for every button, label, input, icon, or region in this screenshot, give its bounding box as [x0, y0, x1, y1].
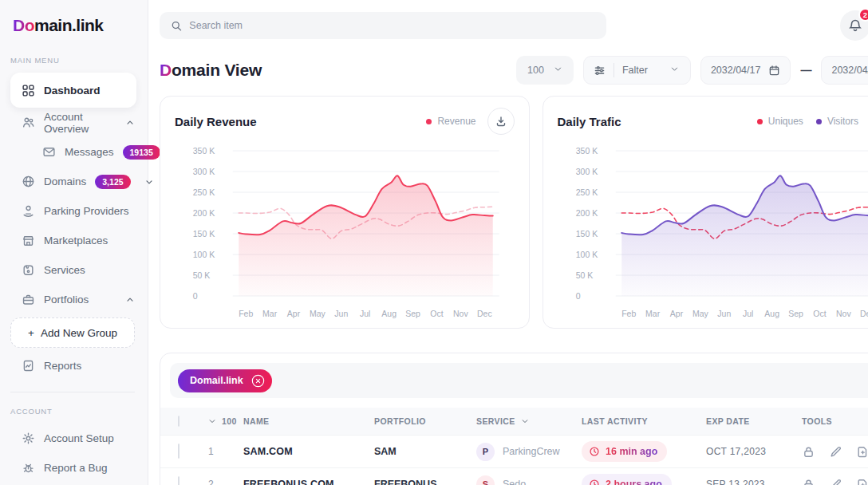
sidebar-item-label: Account Setup — [44, 432, 114, 444]
page-size-value: 100 — [527, 65, 544, 76]
sidebar-item-portfolios[interactable]: Portfolios — [0, 285, 148, 314]
svg-text:Apr: Apr — [669, 309, 683, 318]
svg-text:Dec: Dec — [477, 309, 492, 318]
gear-icon — [22, 432, 35, 445]
filter-dropdown[interactable]: Falter — [583, 56, 691, 85]
svg-text:150 K: 150 K — [193, 229, 215, 239]
lock-icon[interactable] — [802, 478, 815, 485]
svg-text:Mar: Mar — [262, 309, 278, 318]
search-input[interactable] — [189, 20, 595, 31]
app-window: Domain.link MAIN MENU Dashboard Account … — [0, 0, 868, 485]
legend-dot — [816, 119, 822, 124]
hand-coin-icon — [22, 204, 35, 218]
topbar-actions: 2 — [840, 10, 868, 41]
sidebar-item-messages[interactable]: Messages 19135 — [0, 137, 148, 167]
svg-text:Nov: Nov — [453, 309, 468, 318]
chevron-down-icon — [521, 417, 529, 425]
sidebar-item-services[interactable]: Services — [0, 255, 148, 285]
file-plus-icon[interactable] — [856, 478, 868, 485]
main-menu-label: MAIN MENU — [0, 56, 148, 65]
svg-text:300 K: 300 K — [193, 167, 215, 176]
svg-text:Feb: Feb — [239, 309, 253, 318]
search-bar[interactable] — [160, 12, 606, 39]
sidebar-item-reports[interactable]: Reports — [0, 351, 148, 381]
svg-text:250 K: 250 K — [575, 187, 597, 197]
svg-text:Dec: Dec — [859, 309, 868, 318]
portfolio-name: SAM — [374, 446, 476, 457]
trafic-chart: 350 K300 K250 K200 K150 K100 K50 K0FebMa… — [558, 141, 868, 321]
clock-icon — [589, 446, 600, 457]
service-initial-badge: S — [476, 475, 495, 485]
service-cell: P ParkingCrew — [476, 443, 582, 461]
domain-filter-chip[interactable]: Domail.link — [178, 369, 272, 392]
edit-icon[interactable] — [829, 445, 842, 459]
sidebar-item-account-setup[interactable]: Account Setup — [0, 424, 148, 453]
svg-text:Jul: Jul — [360, 309, 370, 318]
row-checkbox[interactable] — [178, 444, 180, 459]
notifications-button[interactable]: 2 — [840, 10, 868, 41]
people-icon — [22, 116, 35, 129]
svg-text:150 K: 150 K — [575, 229, 597, 239]
charts-row: Daily Revenue Revenue 350 K300 K250 K200… — [160, 96, 868, 329]
row-checkbox[interactable] — [178, 476, 180, 485]
service-name: ParkingCrew — [503, 446, 560, 457]
storefront-icon — [22, 234, 35, 247]
sidebar-item-dashboard[interactable]: Dashboard — [10, 73, 136, 108]
column-header-last-activity[interactable]: LAST ACTIVITY — [582, 416, 706, 426]
svg-text:0: 0 — [575, 291, 580, 301]
lock-icon[interactable] — [802, 445, 815, 459]
chart-legend: UniquesVisitors — [757, 116, 858, 127]
sidebar-item-marketplaces[interactable]: Marketplaces — [0, 226, 148, 255]
sliders-icon — [594, 65, 606, 77]
svg-text:50 K: 50 K — [193, 270, 211, 280]
download-button[interactable] — [487, 108, 515, 135]
select-all-checkbox[interactable] — [178, 416, 180, 427]
select-count-dropdown[interactable]: 100 — [208, 416, 243, 426]
domains-table-card: Domail.link 100 NAME PORTFOLIO SERVICE L… — [160, 353, 868, 485]
column-header-tools: TOOLS — [802, 416, 868, 426]
svg-text:100 K: 100 K — [575, 250, 597, 259]
edit-icon[interactable] — [829, 478, 842, 485]
exp-date: SEP 13,2023 — [706, 479, 802, 485]
svg-text:350 K: 350 K — [575, 146, 597, 156]
daily-revenue-card: Daily Revenue Revenue 350 K300 K250 K200… — [160, 96, 530, 329]
svg-text:Sep: Sep — [788, 309, 803, 318]
divider — [614, 63, 614, 77]
column-header-name[interactable]: NAME — [243, 416, 374, 426]
bell-icon — [848, 18, 862, 33]
svg-text:250 K: 250 K — [193, 187, 215, 197]
sidebar-item-label: Report a Bug — [44, 462, 108, 474]
sidebar-item-label: Account Overview — [44, 111, 116, 135]
remove-chip-icon[interactable] — [250, 373, 266, 389]
page-size-dropdown[interactable]: 100 — [516, 56, 574, 85]
column-header-exp-date[interactable]: EXP DATE — [706, 416, 802, 426]
date-to-picker[interactable]: 2032/04/17 — [821, 56, 868, 85]
add-new-group-button[interactable]: + Add New Group — [10, 317, 135, 348]
legend-item: Uniques — [757, 116, 803, 127]
chevron-up-icon — [125, 295, 135, 305]
sidebar-item-domains[interactable]: Domains 3,125 — [0, 167, 148, 196]
sidebar-divider — [10, 392, 135, 392]
sidebar-item-label: Dashboard — [44, 85, 101, 97]
file-plus-icon[interactable] — [856, 445, 868, 459]
sidebar-item-label: Domains — [44, 175, 86, 187]
logo-accent: Do — [13, 16, 34, 34]
column-header-portfolio[interactable]: PORTFOLIO — [374, 416, 476, 426]
column-header-service[interactable]: SERVICE — [476, 416, 582, 426]
date-range-separator: — — [800, 64, 811, 77]
last-activity-badge: 2 hours ago — [582, 474, 672, 485]
envelope-icon — [42, 145, 56, 159]
app-logo: Domain.link — [0, 13, 148, 35]
sidebar-item-label: Parking Providers — [44, 205, 129, 217]
service-name: Sedo — [503, 479, 526, 485]
filter-label: Falter — [622, 65, 648, 76]
sidebar-item-parking-providers[interactable]: Parking Providers — [0, 196, 148, 226]
table-body: 1 SAM.COM SAM P ParkingCrew 16 min ago O… — [160, 435, 868, 485]
page-header: Domain View 100 Falter 2032/04/17 — — [160, 54, 868, 86]
legend-dot — [426, 119, 432, 124]
date-from-picker[interactable]: 2032/04/17 — [700, 56, 791, 85]
sidebar-item-report-a-bug[interactable]: Report a Bug — [0, 453, 148, 483]
svg-text:200 K: 200 K — [193, 208, 215, 218]
sidebar-item-account-overview[interactable]: Account Overview — [0, 108, 148, 137]
notification-count-badge: 2 — [858, 8, 868, 22]
